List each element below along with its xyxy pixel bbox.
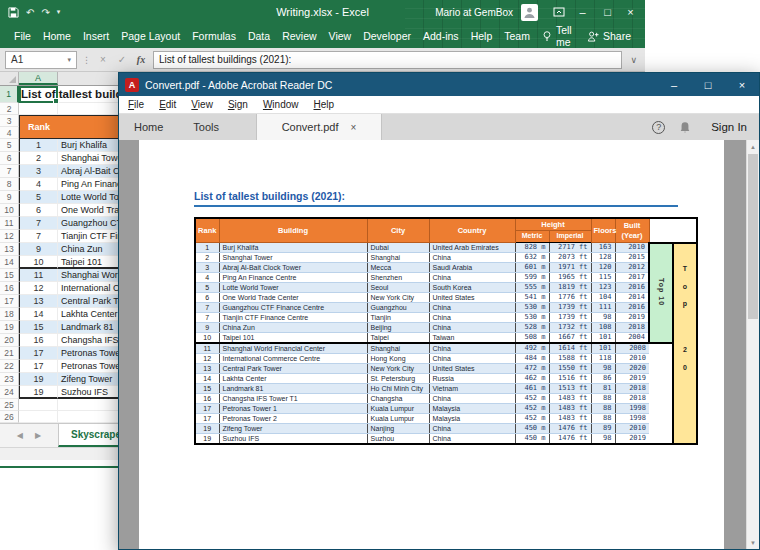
row-header-2[interactable]: 2 <box>0 103 19 115</box>
row-header-20[interactable]: 20 <box>0 334 19 347</box>
excel-close-button[interactable]: × <box>620 0 645 24</box>
row-header-15[interactable]: 15 <box>0 269 19 282</box>
vertical-scrollbar[interactable]: ▲ ▼ <box>746 140 759 549</box>
acrobat-minimize-button[interactable]: – <box>657 73 691 96</box>
sheet-prev-icon[interactable]: ◀ <box>17 431 23 440</box>
row-header-11[interactable]: 11 <box>0 217 19 230</box>
cell-rank[interactable]: 7 <box>19 230 58 243</box>
avatar[interactable] <box>521 4 538 21</box>
account-name[interactable]: Mario at GemBox <box>435 7 513 18</box>
cell-rank[interactable]: 11 <box>19 269 58 282</box>
row-header-1[interactable]: 1 <box>0 86 19 103</box>
row-header-25[interactable]: 25 <box>0 399 19 411</box>
cell-rank[interactable]: 2 <box>19 152 58 165</box>
cell-rank[interactable]: 19 <box>19 386 58 399</box>
row-header-19[interactable]: 19 <box>0 321 19 334</box>
menu-edit[interactable]: Edit <box>159 99 176 110</box>
row-header-16[interactable]: 16 <box>0 282 19 295</box>
column-header-a[interactable]: A <box>19 72 58 85</box>
row-header-18[interactable]: 18 <box>0 308 19 321</box>
cell-rank[interactable]: 6 <box>19 204 58 217</box>
ribbon-tab-view[interactable]: View <box>323 24 358 48</box>
cell-rank[interactable]: 9 <box>19 243 58 256</box>
ribbon-tab-team[interactable]: Team <box>498 24 536 48</box>
row-header-12[interactable]: 12 <box>0 230 19 243</box>
acrobat-maximize-button[interactable]: □ <box>691 73 725 96</box>
row-header-13[interactable]: 13 <box>0 243 19 256</box>
ribbon-tab-insert[interactable]: Insert <box>77 24 115 48</box>
ribbon-tab-page-layout[interactable]: Page Layout <box>115 24 186 48</box>
tab-document[interactable]: Convert.pdf × <box>256 114 382 140</box>
cell-rank[interactable]: 16 <box>19 334 58 347</box>
cell[interactable] <box>19 399 58 411</box>
cell-rank[interactable]: 4 <box>19 178 58 191</box>
cell-rank[interactable]: 12 <box>19 282 58 295</box>
menu-view[interactable]: View <box>191 99 213 110</box>
cell-rank[interactable]: 19 <box>19 373 58 386</box>
help-icon[interactable]: ? <box>652 121 665 134</box>
redo-icon[interactable]: ↷ <box>41 7 49 18</box>
row-header-21[interactable]: 21 <box>0 347 19 360</box>
enter-icon[interactable]: ✓ <box>115 54 129 65</box>
row-header-22[interactable]: 22 <box>0 360 19 373</box>
select-all-corner[interactable] <box>0 72 19 85</box>
row-header-4[interactable]: 4 <box>0 127 19 139</box>
row-header-5[interactable]: 5 <box>0 139 19 152</box>
scrollbar-thumb[interactable] <box>748 154 758 319</box>
row-header-17[interactable]: 17 <box>0 295 19 308</box>
ribbon-tab-add-ins[interactable]: Add-ins <box>417 24 465 48</box>
share-button[interactable]: Share <box>581 30 637 42</box>
row-header-8[interactable]: 8 <box>0 178 19 191</box>
name-box[interactable]: A1 ▾ <box>5 51 77 69</box>
cancel-icon[interactable]: × <box>96 54 110 65</box>
cell-rank[interactable]: 13 <box>19 295 58 308</box>
tab-close-icon[interactable]: × <box>351 122 357 133</box>
ribbon-tab-developer[interactable]: Developer <box>357 24 417 48</box>
row-header-14[interactable]: 14 <box>0 256 19 269</box>
row-header-10[interactable]: 10 <box>0 204 19 217</box>
cell[interactable] <box>19 103 58 115</box>
row-header-9[interactable]: 9 <box>0 191 19 204</box>
sign-in-button[interactable]: Sign In <box>711 121 747 133</box>
tab-home[interactable]: Home <box>119 114 178 140</box>
cell-rank[interactable]: 3 <box>19 165 58 178</box>
excel-maximize-button[interactable]: □ <box>595 0 620 24</box>
menu-window[interactable]: Window <box>263 99 299 110</box>
ribbon-tab-home[interactable]: Home <box>37 24 77 48</box>
bell-icon[interactable] <box>679 121 691 134</box>
tell-me-box[interactable]: Tell me <box>536 24 581 48</box>
ribbon-display-options-icon[interactable] <box>548 0 570 24</box>
formula-bar-expand-icon[interactable]: ∨ <box>627 55 640 65</box>
cell-rank[interactable]: 14 <box>19 308 58 321</box>
row-header-3[interactable]: 3 <box>0 115 19 127</box>
cell-rank[interactable]: 15 <box>19 321 58 334</box>
save-icon[interactable] <box>8 7 19 18</box>
ribbon-tab-data[interactable]: Data <box>242 24 276 48</box>
scrollbar-down-icon[interactable]: ▼ <box>747 536 759 549</box>
insert-function-icon[interactable]: fx <box>134 54 148 65</box>
row-header-24[interactable]: 24 <box>0 386 19 399</box>
row-header-26[interactable]: 26 <box>0 411 19 423</box>
ribbon-tab-file[interactable]: File <box>8 24 37 48</box>
undo-icon[interactable]: ↶ <box>26 7 34 18</box>
qat-dropdown-icon[interactable]: ▾ <box>57 8 61 16</box>
cell-rank[interactable]: 17 <box>19 347 58 360</box>
ribbon-tab-help[interactable]: Help <box>465 24 499 48</box>
row-header-7[interactable]: 7 <box>0 165 19 178</box>
row-header-6[interactable]: 6 <box>0 152 19 165</box>
cell-rank[interactable]: 5 <box>19 191 58 204</box>
cell[interactable] <box>19 411 58 423</box>
name-box-dropdown-icon[interactable]: ▾ <box>67 56 71 64</box>
ribbon-tab-review[interactable]: Review <box>276 24 322 48</box>
menu-sign[interactable]: Sign <box>228 99 248 110</box>
formula-input[interactable]: List of tallest buildings (2021): <box>153 51 622 69</box>
acrobat-close-button[interactable]: × <box>725 73 759 96</box>
cell-rank[interactable]: 10 <box>19 256 58 269</box>
cell-rank[interactable]: 7 <box>19 217 58 230</box>
menu-help[interactable]: Help <box>314 99 335 110</box>
cell-rank[interactable]: 1 <box>19 139 58 152</box>
tab-tools[interactable]: Tools <box>178 114 234 140</box>
cell-rank[interactable]: 17 <box>19 360 58 373</box>
excel-minimize-button[interactable]: – <box>570 0 595 24</box>
sheet-next-icon[interactable]: ▶ <box>35 431 41 440</box>
